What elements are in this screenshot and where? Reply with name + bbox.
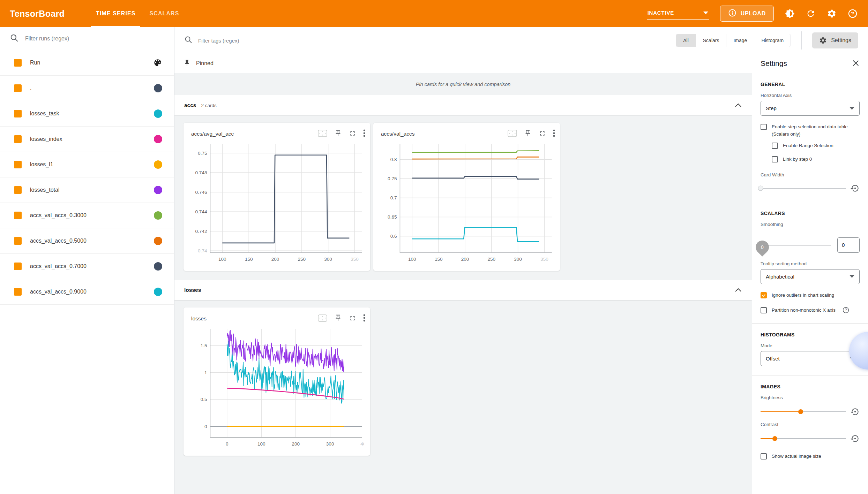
section-header-accs[interactable]: accs 2 cards bbox=[174, 95, 752, 115]
run-checkbox[interactable] bbox=[14, 161, 22, 168]
show-actual-size-checkbox-row[interactable]: Show actual image size bbox=[761, 453, 860, 460]
smoothing-input[interactable] bbox=[837, 237, 860, 253]
run-checkbox[interactable] bbox=[14, 110, 22, 117]
dark-mode-icon[interactable] bbox=[785, 9, 795, 18]
runs-filter-input[interactable] bbox=[25, 36, 167, 42]
checkbox[interactable] bbox=[772, 156, 778, 162]
run-list-item[interactable]: losses_task bbox=[0, 101, 174, 127]
svg-text:0.5: 0.5 bbox=[201, 397, 207, 402]
upload-button[interactable]: UPLOAD bbox=[720, 6, 774, 22]
run-checkbox[interactable] bbox=[14, 288, 22, 296]
checkbox[interactable] bbox=[761, 124, 767, 130]
fullscreen-icon[interactable] bbox=[349, 130, 356, 138]
checkbox[interactable] bbox=[772, 143, 778, 149]
svg-text:100: 100 bbox=[408, 257, 416, 262]
run-checkbox[interactable] bbox=[14, 263, 22, 270]
refresh-icon[interactable] bbox=[806, 9, 816, 18]
scalar-chart[interactable]: 01002003004001.510.50 bbox=[189, 326, 364, 449]
run-list-item[interactable]: accs_val_accs_0.3000 bbox=[0, 203, 174, 228]
checkbox[interactable] bbox=[761, 292, 767, 298]
run-status-select[interactable]: INACTIVE bbox=[647, 8, 709, 20]
settings-button[interactable]: Settings bbox=[812, 32, 858, 48]
smoothing-slider[interactable]: 0 bbox=[761, 245, 831, 245]
reset-icon[interactable] bbox=[851, 407, 860, 416]
checkbox[interactable] bbox=[761, 307, 767, 313]
more-options-icon[interactable] bbox=[363, 129, 365, 138]
help-icon[interactable]: ? bbox=[843, 307, 849, 313]
svg-text:100: 100 bbox=[218, 257, 226, 262]
tag-type-filter[interactable]: Histogram bbox=[754, 34, 791, 47]
pan-zoom-icon[interactable] bbox=[318, 130, 327, 138]
run-checkbox[interactable] bbox=[14, 212, 22, 219]
histogram-mode-select[interactable]: Offset bbox=[761, 351, 860, 366]
tag-type-filter[interactable]: Image bbox=[726, 34, 754, 47]
upload-label: UPLOAD bbox=[741, 10, 766, 17]
fullscreen-icon[interactable] bbox=[349, 314, 356, 323]
link-by-step-checkbox-row[interactable]: Link by step 0 bbox=[772, 156, 860, 163]
fullscreen-icon[interactable] bbox=[539, 130, 546, 138]
run-list-item[interactable]: losses_l1 bbox=[0, 152, 174, 177]
range-selection-checkbox-row[interactable]: Enable Range Selection bbox=[772, 142, 860, 150]
palette-icon[interactable] bbox=[153, 58, 162, 67]
run-list-item[interactable]: losses_total bbox=[0, 177, 174, 203]
horizontal-axis-select[interactable]: Step bbox=[761, 101, 860, 116]
card-width-slider[interactable] bbox=[761, 188, 846, 189]
ignore-outliers-checkbox-row[interactable]: Ignore outliers in chart scaling bbox=[761, 292, 860, 299]
run-list-item[interactable]: Run bbox=[0, 50, 174, 76]
svg-text:0.74: 0.74 bbox=[198, 248, 207, 253]
svg-text:?: ? bbox=[851, 10, 854, 16]
chevron-down-icon bbox=[850, 107, 854, 110]
runs-filter-row bbox=[0, 27, 174, 50]
step-selection-checkbox-row[interactable]: Enable step selection and data table (Sc… bbox=[761, 123, 860, 138]
scalar-chart[interactable]: 1001502002503003500.80.750.70.650.6 bbox=[379, 142, 554, 265]
settings-gear-icon[interactable] bbox=[827, 9, 837, 18]
run-checkbox[interactable] bbox=[14, 237, 22, 245]
pin-icon[interactable] bbox=[334, 129, 342, 138]
section-header-losses[interactable]: losses bbox=[174, 280, 752, 300]
more-options-icon[interactable] bbox=[553, 129, 555, 138]
tag-type-filter-group: AllScalarsImageHistogram bbox=[676, 34, 791, 47]
pan-zoom-icon[interactable] bbox=[508, 130, 517, 138]
svg-text:400: 400 bbox=[360, 441, 364, 447]
run-checkbox[interactable] bbox=[14, 84, 22, 92]
svg-text:250: 250 bbox=[298, 257, 306, 262]
run-checkbox[interactable] bbox=[14, 135, 22, 143]
scalar-chart[interactable]: 1001502002503003500.750.7480.7460.7440.7… bbox=[189, 142, 364, 265]
more-options-icon[interactable] bbox=[363, 314, 365, 323]
tags-filter-input[interactable] bbox=[198, 38, 669, 44]
tag-type-filter[interactable]: All bbox=[676, 34, 696, 47]
help-icon[interactable]: ? bbox=[848, 9, 858, 18]
run-checkbox[interactable] bbox=[14, 59, 22, 67]
brightness-slider-row bbox=[761, 407, 860, 416]
reset-icon[interactable] bbox=[851, 184, 860, 193]
tab-time-series[interactable]: TIME SERIES bbox=[89, 0, 142, 27]
run-label: losses_task bbox=[30, 111, 59, 117]
checkbox[interactable] bbox=[761, 453, 767, 459]
pan-zoom-icon[interactable] bbox=[318, 314, 327, 323]
partition-x-checkbox-row[interactable]: Partition non-monotonic X axis ? bbox=[761, 307, 860, 314]
tooltip-sorting-select[interactable]: Alphabetical bbox=[761, 269, 860, 284]
run-label: accs_val_accs_0.5000 bbox=[30, 238, 87, 244]
collapse-chevron-icon[interactable] bbox=[734, 288, 742, 292]
run-list-item[interactable]: accs_val_accs_0.5000 bbox=[0, 228, 174, 254]
run-list-item[interactable]: accs_val_accs_0.9000 bbox=[0, 279, 174, 305]
section-title: losses bbox=[184, 287, 201, 293]
reset-icon[interactable] bbox=[851, 434, 860, 443]
close-icon[interactable] bbox=[852, 59, 860, 68]
collapse-chevron-icon[interactable] bbox=[734, 103, 742, 108]
run-list-item[interactable]: . bbox=[0, 76, 174, 101]
tag-type-filter[interactable]: Scalars bbox=[696, 34, 726, 47]
pinned-section-header: Pinned bbox=[174, 54, 752, 73]
pin-icon[interactable] bbox=[334, 314, 342, 323]
images-heading: IMAGES bbox=[761, 384, 860, 389]
run-checkbox[interactable] bbox=[14, 186, 22, 194]
svg-text:300: 300 bbox=[326, 441, 334, 447]
info-icon bbox=[728, 9, 736, 18]
run-label: losses_total bbox=[30, 187, 60, 193]
run-list-item[interactable]: losses_index bbox=[0, 127, 174, 152]
contrast-slider[interactable] bbox=[761, 438, 846, 439]
tab-scalars[interactable]: SCALARS bbox=[142, 0, 186, 27]
pin-icon[interactable] bbox=[524, 129, 532, 138]
brightness-slider[interactable] bbox=[761, 411, 846, 412]
run-list-item[interactable]: accs_val_accs_0.7000 bbox=[0, 254, 174, 279]
